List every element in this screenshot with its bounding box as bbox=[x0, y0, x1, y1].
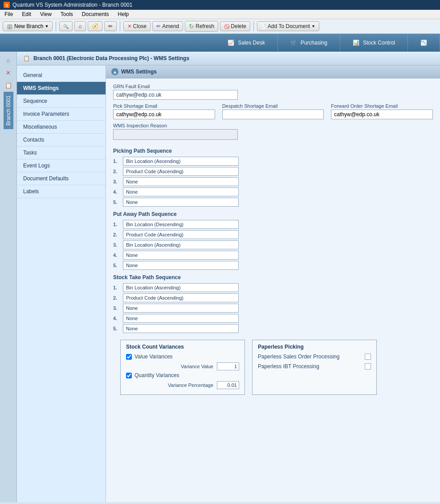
value-variances-checkbox[interactable] bbox=[126, 354, 132, 360]
purchasing-nav[interactable]: Purchasing bbox=[278, 34, 340, 52]
delete-icon bbox=[224, 23, 229, 29]
close-button[interactable]: Close bbox=[123, 21, 151, 31]
refresh-button[interactable]: Refresh bbox=[185, 21, 218, 32]
sidebar-item-labels[interactable]: Labels bbox=[17, 185, 106, 198]
amend-button[interactable]: Amend bbox=[152, 21, 183, 31]
quantity-variances-row: Quantity Variances bbox=[126, 372, 239, 378]
picking-path-input-3[interactable] bbox=[123, 177, 239, 186]
chart-nav[interactable] bbox=[408, 34, 440, 52]
picking-path-item-3: 3. bbox=[113, 177, 433, 186]
menu-edit[interactable]: Edit bbox=[17, 10, 36, 19]
put-away-path-input-2[interactable] bbox=[123, 230, 239, 239]
stock-take-path-input-1[interactable] bbox=[123, 283, 239, 292]
stock-take-path-input-2[interactable] bbox=[123, 293, 239, 302]
pencil-button[interactable]: ✏ bbox=[104, 21, 117, 31]
paperless-picking-box: Paperless Picking Paperless Sales Order … bbox=[252, 340, 377, 395]
page-icon: 📋 bbox=[23, 55, 30, 61]
collapse-button[interactable]: ▲ bbox=[111, 68, 118, 75]
sidebar-item-invoice-parameters[interactable]: Invoice Parameters bbox=[17, 108, 106, 121]
picking-path-input-5[interactable] bbox=[123, 198, 239, 207]
window-title: Quantum VS System Administration - Branc… bbox=[12, 2, 132, 8]
value-variances-row: Value Variances bbox=[126, 354, 239, 360]
email-three-row: Pick Shortage Email Despatch Shortage Em… bbox=[113, 103, 433, 119]
picking-path-list: 1. 2. 3. 4. bbox=[113, 157, 433, 207]
put-away-path-item-5: 5. bbox=[113, 261, 433, 270]
put-away-path-input-1[interactable] bbox=[123, 220, 239, 229]
picking-path-item-1: 1. bbox=[113, 157, 433, 166]
sidebar-item-miscellaneous[interactable]: Miscellaneous bbox=[17, 121, 106, 134]
put-away-path-input-4[interactable] bbox=[123, 251, 239, 260]
variance-value-label: Variance Value bbox=[126, 364, 217, 369]
nav-button[interactable]: 🧭 bbox=[88, 21, 102, 31]
page-title: Branch 0001 (Electronic Data Processing … bbox=[33, 55, 189, 61]
paperless-sales-order-checkbox[interactable] bbox=[365, 354, 371, 360]
toolbar-separator-3 bbox=[253, 21, 254, 31]
menu-tools[interactable]: Tools bbox=[56, 10, 77, 19]
variance-value-input[interactable] bbox=[217, 362, 239, 370]
variance-percentage-input[interactable] bbox=[217, 381, 239, 389]
sidebar-item-sequence[interactable]: Sequence bbox=[17, 95, 106, 108]
picking-path-input-1[interactable] bbox=[123, 157, 239, 166]
put-away-path-item-1: 1. bbox=[113, 220, 433, 229]
picking-path-input-4[interactable] bbox=[123, 187, 239, 196]
dropdown-arrow-icon: ▼ bbox=[45, 24, 49, 28]
stock-take-path-item-3: 3. bbox=[113, 304, 433, 313]
page-header: 📋 Branch 0001 (Electronic Data Processin… bbox=[17, 52, 440, 65]
sales-desk-nav[interactable]: Sales Desk bbox=[215, 34, 278, 52]
home-button[interactable] bbox=[74, 21, 86, 31]
branch-tab[interactable]: Branch 0001 bbox=[4, 92, 13, 129]
section-header: ▲ WMS Settings bbox=[106, 65, 440, 78]
stock-take-path-item-1: 1. bbox=[113, 283, 433, 292]
nav-icon: 🧭 bbox=[92, 23, 98, 29]
forward-order-shortage-input[interactable] bbox=[331, 110, 433, 119]
put-away-path-input-3[interactable] bbox=[123, 240, 239, 249]
paperless-ibt-label: Paperless IBT Processing bbox=[258, 363, 319, 370]
menu-documents[interactable]: Documents bbox=[77, 10, 114, 19]
stock-control-nav[interactable]: Stock Control bbox=[340, 34, 408, 52]
sidebar-item-wms-settings[interactable]: WMS Settings bbox=[17, 82, 106, 95]
purchasing-icon bbox=[290, 40, 297, 46]
stock-take-path-input-3[interactable] bbox=[123, 304, 239, 313]
grn-fault-email-group: GRN Fault Email bbox=[113, 84, 433, 103]
bottom-section: Stock Count Variances Value Variances Va… bbox=[113, 334, 433, 400]
sidebar-item-general[interactable]: General bbox=[17, 69, 106, 82]
page-left-icon[interactable]: 📋 bbox=[3, 79, 14, 91]
menu-help[interactable]: Help bbox=[114, 10, 134, 19]
stock-count-variances-box: Stock Count Variances Value Variances Va… bbox=[120, 340, 245, 395]
stock-control-icon bbox=[353, 40, 359, 46]
grn-fault-email-input[interactable] bbox=[113, 90, 238, 100]
sidebar-item-tasks[interactable]: Tasks bbox=[17, 146, 106, 159]
content-area: ⌂ ✕ 📋 Branch 0001 📋 Branch 0001 (Electro… bbox=[0, 52, 440, 502]
stock-take-path-input-4[interactable] bbox=[123, 314, 239, 323]
sidebar-item-contacts[interactable]: Contacts bbox=[17, 134, 106, 146]
new-branch-button[interactable]: New Branch ▼ bbox=[3, 21, 53, 31]
picking-path-input-2[interactable] bbox=[123, 167, 239, 176]
form-content: GRN Fault Email Pick Shortage Email Desp… bbox=[106, 78, 440, 406]
stock-take-path-item-4: 4. bbox=[113, 314, 433, 323]
put-away-path-sequence-title: Put Away Path Sequence bbox=[113, 211, 433, 217]
search-button[interactable] bbox=[59, 21, 73, 31]
close-left-icon[interactable]: ✕ bbox=[3, 67, 14, 78]
quantity-variances-checkbox[interactable] bbox=[126, 373, 132, 378]
delete-button[interactable]: Delete bbox=[220, 21, 250, 31]
stock-take-path-list: 1. 2. 3. 4. bbox=[113, 283, 433, 333]
paperless-ibt-checkbox[interactable] bbox=[365, 363, 371, 370]
pick-shortage-input[interactable] bbox=[113, 110, 215, 119]
forward-order-shortage-label: Forward Order Shortage Email bbox=[331, 103, 433, 109]
toolbar: New Branch ▼ 🧭 ✏ Close Amend Refresh Del… bbox=[0, 19, 440, 34]
menu-file[interactable]: File bbox=[0, 10, 17, 19]
branch-icon bbox=[7, 23, 13, 29]
stock-take-path-sequence-title: Stock Take Path Sequence bbox=[113, 274, 433, 280]
add-to-doc-button[interactable]: Add To Document ▼ bbox=[257, 21, 319, 31]
menu-bar: File Edit View Tools Documents Help bbox=[0, 10, 440, 19]
sidebar-item-document-defaults[interactable]: Document Defaults bbox=[17, 172, 106, 185]
paperless-picking-title: Paperless Picking bbox=[258, 344, 371, 350]
put-away-path-input-5[interactable] bbox=[123, 261, 239, 270]
despatch-shortage-input[interactable] bbox=[222, 110, 324, 119]
home-left-icon[interactable]: ⌂ bbox=[3, 54, 14, 66]
wms-inspection-reason-input[interactable] bbox=[113, 129, 238, 140]
menu-view[interactable]: View bbox=[36, 10, 56, 19]
stock-take-path-input-5[interactable] bbox=[123, 324, 239, 333]
sidebar-item-event-logs[interactable]: Event Logs bbox=[17, 159, 106, 172]
pick-shortage-col: Pick Shortage Email bbox=[113, 103, 215, 119]
